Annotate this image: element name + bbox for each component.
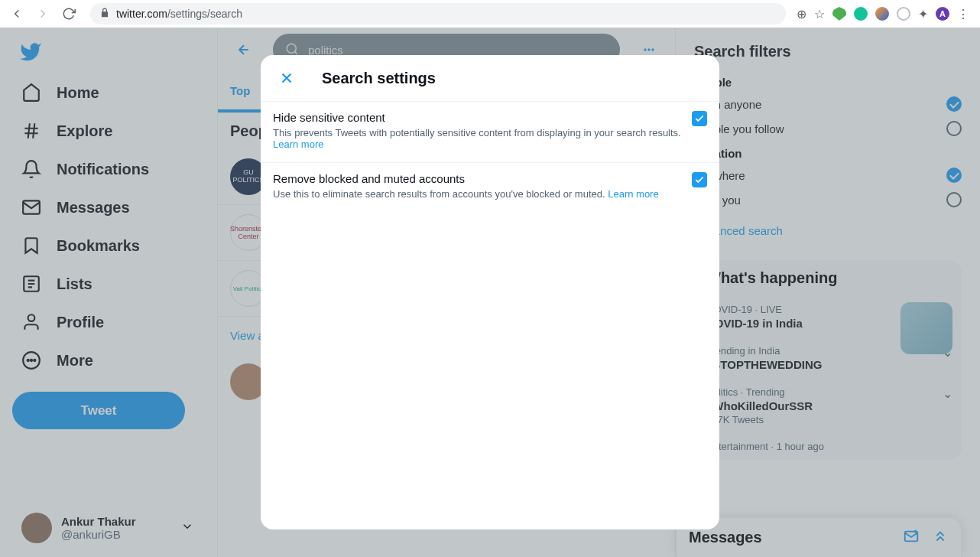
browser-back-button[interactable] — [6, 3, 28, 24]
browser-reload-button[interactable] — [58, 3, 80, 24]
ext-grammarly-icon[interactable] — [854, 7, 868, 21]
search-settings-modal: Search settings Hide sensitive content T… — [261, 55, 719, 529]
lock-icon — [99, 8, 110, 21]
browser-toolbar: twitter.com/settings/search ⊕ ☆ ✦ A ⋮ — [0, 0, 980, 28]
browser-profile-avatar[interactable]: A — [936, 7, 949, 21]
setting-title: Remove blocked and muted accounts — [273, 172, 707, 185]
browser-menu-icon[interactable]: ⋮ — [957, 7, 969, 21]
browser-forward-button[interactable] — [32, 3, 54, 24]
setting-desc: This prevents Tweets with potentially se… — [273, 124, 707, 150]
learn-more-link[interactable]: Learn more — [608, 188, 658, 200]
url-path: /settings/search — [167, 8, 242, 20]
browser-url-bar[interactable]: twitter.com/settings/search — [90, 3, 786, 24]
star-icon[interactable]: ☆ — [814, 7, 825, 21]
setting-desc: Use this to eliminate search results fro… — [273, 185, 707, 200]
browser-extensions: ⊕ ☆ ✦ A ⋮ — [797, 7, 974, 21]
learn-more-link[interactable]: Learn more — [273, 138, 323, 150]
checkbox-checked[interactable] — [692, 172, 707, 187]
modal-title: Search settings — [322, 70, 436, 87]
ext-disabled-icon[interactable] — [897, 7, 910, 21]
setting-hide-sensitive: Hide sensitive content This prevents Twe… — [261, 102, 719, 163]
ext-shield-icon[interactable] — [832, 7, 846, 21]
checkbox-checked[interactable] — [692, 111, 707, 126]
setting-remove-blocked: Remove blocked and muted accounts Use th… — [261, 163, 719, 212]
ext-puzzle-icon[interactable]: ✦ — [918, 7, 928, 21]
add-icon[interactable]: ⊕ — [797, 7, 806, 21]
url-domain: twitter.com — [116, 8, 167, 20]
close-button[interactable] — [273, 64, 300, 92]
modal-overlay: Search settings Hide sensitive content T… — [0, 28, 980, 557]
ext-similarweb-icon[interactable] — [875, 7, 889, 21]
setting-title: Hide sensitive content — [273, 111, 707, 124]
